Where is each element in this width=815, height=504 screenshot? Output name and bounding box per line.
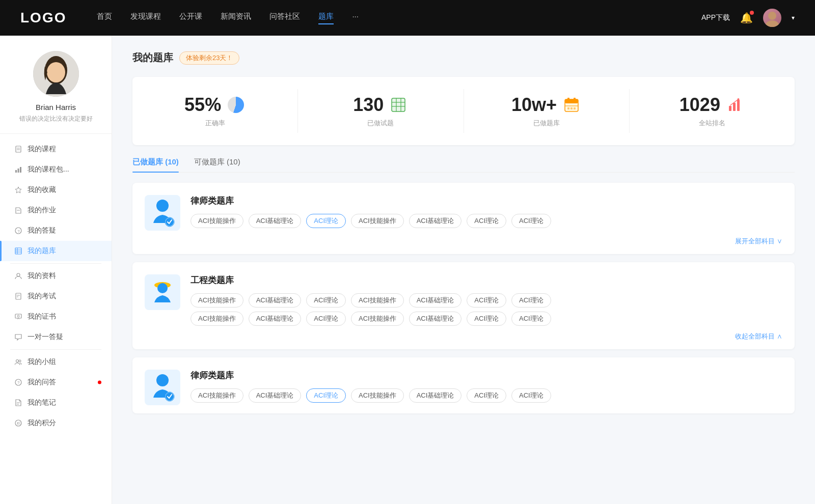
profile-avatar [33,51,79,97]
qa-notification-dot [98,381,101,384]
tag-item[interactable]: ACI理论 [511,388,551,403]
nav-home[interactable]: 首页 [97,12,112,24]
tag-item[interactable]: ACI技能操作 [351,214,404,228]
cert-icon [14,313,22,321]
menu-label-points: 我的积分 [28,418,56,428]
tag-item[interactable]: ACI基础理论 [249,214,302,228]
qbank-card-engineer: 工程类题库 ACI技能操作 ACI基础理论 ACI理论 ACI技能操作 ACI基… [132,262,795,349]
tag-item[interactable]: ACI理论 [467,388,506,403]
tag-item[interactable]: ACI技能操作 [351,388,404,403]
tag-item[interactable]: ACI理论 [306,312,346,326]
sidebar-item-package[interactable]: 我的课程包... [0,159,112,180]
tag-item[interactable]: ACI基础理论 [409,293,462,307]
tag-item[interactable]: ACI技能操作 [191,388,243,403]
sidebar-item-notes[interactable]: 我的笔记 [0,393,112,413]
user-dropdown-arrow[interactable]: ▾ [792,14,795,21]
tag-item[interactable]: ACI技能操作 [191,214,243,228]
sidebar-item-group[interactable]: 我的小组 [0,352,112,372]
svg-rect-5 [16,146,21,152]
app-download-btn[interactable]: APP下载 [701,13,730,22]
tag-item[interactable]: ACI技能操作 [351,293,404,307]
svg-text:?: ? [17,229,20,234]
divider-1 [10,263,101,264]
sidebar-item-homework[interactable]: 我的作业 [0,200,112,220]
menu-label-qbank: 我的题库 [28,246,56,256]
svg-point-28 [19,360,21,362]
sidebar-item-course[interactable]: 我的课程 [0,139,112,159]
sidebar-item-1on1[interactable]: 一对一答疑 [0,327,112,347]
menu-label-1on1: 一对一答疑 [28,332,63,342]
svg-point-4 [47,62,65,82]
qbank-tags-lawyer-2: ACI技能操作 ACI基础理论 ACI理论 ACI技能操作 ACI基础理论 AC… [191,388,782,403]
svg-point-0 [768,12,776,20]
sidebar-item-profile[interactable]: 我的资料 [0,266,112,286]
nav-news[interactable]: 新闻资讯 [221,12,251,24]
nav-open-course[interactable]: 公开课 [179,12,202,24]
stat-done-questions: 130 已做试题 [298,89,464,133]
svg-rect-35 [392,98,405,111]
tag-item-active[interactable]: ACI理论 [306,214,346,228]
sidebar-item-points[interactable]: 积 我的积分 [0,413,112,433]
collapse-btn-engineer[interactable]: 收起全部科目 ∧ [145,332,782,341]
nav-qa[interactable]: 问答社区 [269,12,300,24]
svg-rect-47 [574,107,576,109]
tag-item[interactable]: ACI理论 [511,312,551,326]
tag-item[interactable]: ACI基础理论 [409,312,462,326]
main-content: 我的题库 体验剩余23天！ 55% 正确率 130 [112,36,815,504]
bar-chart-red-icon [725,95,745,115]
tag-item[interactable]: ACI技能操作 [351,312,404,326]
stat-rank: 1029 全站排名 [630,89,795,133]
svg-rect-46 [570,107,573,109]
pie-chart-icon [226,95,246,115]
svg-rect-10 [20,167,21,173]
stat-done-questions-row: 130 [353,94,408,116]
user-avatar[interactable] [763,9,781,27]
nav-qbank[interactable]: 题库 [318,12,334,24]
tag-item[interactable]: ACI基础理论 [249,312,302,326]
expand-btn-lawyer-1[interactable]: 展开全部科目 ∨ [145,237,782,246]
svg-text:积: 积 [17,422,20,425]
sidebar-item-certificate[interactable]: 我的证书 [0,306,112,327]
tag-item[interactable]: ACI基础理论 [249,293,302,307]
tag-item[interactable]: ACI理论 [511,214,551,228]
divider-2 [10,349,101,350]
tag-item[interactable]: ACI理论 [467,293,506,307]
score-icon: 积 [14,419,22,427]
notification-bell[interactable]: 🔔 [740,12,753,24]
sidebar-item-myqa[interactable]: ? 我的问答 [0,372,112,393]
tag-item[interactable]: ACI理论 [467,312,506,326]
nav-discover[interactable]: 发现课程 [130,12,161,24]
menu-label-notes: 我的笔记 [28,398,56,407]
menu-label-exam: 我的考试 [28,292,56,301]
menu-label-certificate: 我的证书 [28,312,56,321]
qbank-card-lawyer-1: 律师类题库 ACI技能操作 ACI基础理论 ACI理论 ACI技能操作 ACI基… [132,183,795,254]
tag-item[interactable]: ACI理论 [511,293,551,307]
tag-item[interactable]: ACI基础理论 [409,388,462,403]
svg-point-58 [156,374,169,386]
svg-rect-41 [565,99,578,103]
stat-rank-row: 1029 [680,94,745,116]
tag-item[interactable]: ACI技能操作 [191,293,243,307]
tab-done-banks[interactable]: 已做题库 (10) [132,157,179,172]
tab-todo-banks[interactable]: 可做题库 (10) [194,157,240,172]
tag-item[interactable]: ACI基础理论 [249,388,302,403]
tag-item[interactable]: ACI基础理论 [409,214,462,228]
tag-item[interactable]: ACI理论 [306,293,346,307]
tag-item-active[interactable]: ACI理论 [306,388,346,403]
qbank-icon-lawyer [145,195,180,231]
qbank-card-engineer-header: 工程类题库 ACI技能操作 ACI基础理论 ACI理论 ACI技能操作 ACI基… [145,274,782,326]
sidebar-item-answer[interactable]: ? 我的答疑 [0,220,112,241]
sidebar-item-qbank[interactable]: 我的题库 [0,241,112,261]
sidebar-item-favorites[interactable]: 我的收藏 [0,180,112,200]
tag-item[interactable]: ACI理论 [467,214,506,228]
tag-item[interactable]: ACI技能操作 [191,312,243,326]
svg-rect-15 [15,248,21,254]
sidebar-menu: 我的课程 我的课程包... 我的收藏 我的作业 [0,139,112,433]
menu-label-course: 我的课程 [28,145,56,154]
sidebar-item-exam[interactable]: 我的考试 [0,286,112,306]
navbar-right: APP下载 🔔 ▾ [701,9,795,27]
qbank-tags-lawyer-1: ACI技能操作 ACI基础理论 ACI理论 ACI技能操作 ACI基础理论 AC… [191,214,782,228]
sidebar-profile: Brian Harris 错误的决定比没有决定要好 [0,51,112,134]
notification-dot [750,11,754,15]
nav-more[interactable]: ··· [352,12,359,24]
